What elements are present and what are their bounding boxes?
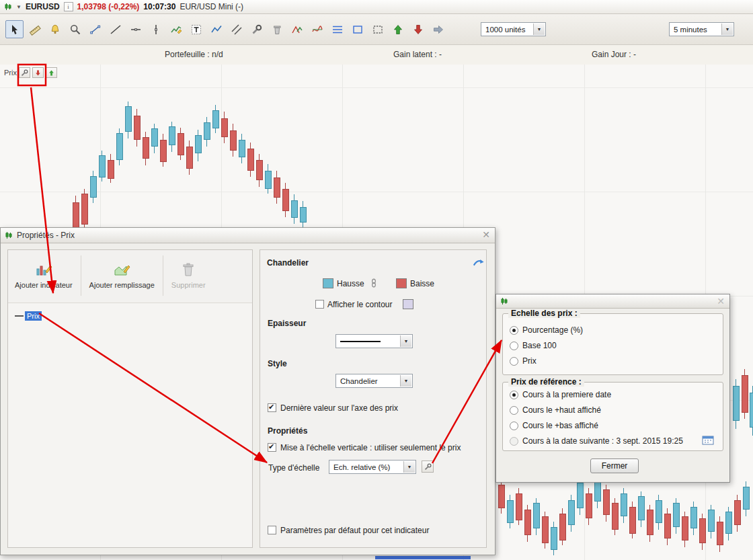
symbol-label[interactable]: EURUSD (26, 2, 60, 11)
series-buy-arrow-icon[interactable] (46, 67, 57, 78)
down-color-label: Baisse (410, 279, 434, 288)
instrument-candle-icon (4, 3, 12, 11)
radio-first-date-label: Cours à la premiere date (522, 390, 611, 399)
alarm-tool-icon[interactable] (46, 20, 64, 38)
close-icon[interactable]: ✕ (482, 229, 490, 240)
latent-gain-label: Gain latent : - (393, 50, 442, 59)
list-item-prix-label: Prix (25, 311, 42, 321)
dialog-candle-icon (500, 297, 508, 305)
up-color-label: Hausse (337, 279, 364, 288)
style-section-title: Style (268, 359, 287, 368)
order-arrow-tool-icon[interactable] (429, 20, 447, 38)
zoom-rect-tool-icon[interactable] (348, 20, 366, 38)
radio-base100[interactable] (510, 342, 518, 350)
up-color-swatch[interactable] (323, 278, 333, 288)
scale-settings-wrench-icon[interactable] (422, 461, 434, 473)
tools-icon[interactable] (247, 20, 266, 38)
horizontal-line-tool-icon[interactable] (126, 20, 145, 38)
day-gain-label: Gain Jour : - (592, 50, 636, 59)
fermer-button-label: Fermer (602, 461, 628, 471)
info-icon[interactable]: i (64, 2, 73, 11)
indicator-panel-toolbar: Ajouter indicateur Ajouter remplissage S… (8, 250, 252, 301)
instrument-dropdown-caret-icon[interactable]: ▼ (16, 4, 22, 10)
parallel-lines-tool-icon[interactable] (227, 20, 245, 38)
text-tool-icon[interactable] (187, 20, 205, 38)
timeframe-value: 5 minutes (674, 26, 707, 34)
radio-lowest[interactable] (510, 422, 518, 430)
draw-indicator-tool-icon[interactable] (167, 20, 185, 38)
outline-label: Afficher le contour (327, 300, 393, 309)
default-params-checkbox[interactable] (268, 526, 276, 534)
close-icon[interactable]: ✕ (717, 296, 725, 307)
properties-dialog: Propriétés - Prix ✕ Ajouter indicateur A… (0, 227, 496, 555)
radio-highest-label: Cours le +haut affiché (522, 405, 601, 415)
radio-percentage[interactable] (510, 326, 518, 335)
scale-type-dropdown-arrow-icon[interactable]: ▼ (403, 461, 415, 473)
buy-arrow-tool-icon[interactable] (389, 20, 407, 38)
vertical-scale-checkbox[interactable] (268, 443, 276, 452)
delete-tool-icon[interactable] (268, 20, 286, 38)
list-item-prix[interactable]: Prix (15, 311, 42, 321)
units-dropdown-arrow-icon[interactable]: ▼ (533, 24, 545, 35)
link-colors-icon[interactable] (369, 277, 379, 289)
delete-indicator-button[interactable]: Supprimer (165, 250, 212, 301)
vertical-line-tool-icon[interactable] (147, 20, 165, 38)
radio-next-date[interactable] (510, 437, 518, 446)
outline-checkbox[interactable] (315, 300, 324, 309)
price-scale-group-title: Echelle des prix : (508, 309, 580, 318)
chart-toolbar: 1000 unités▼ 5 minutes▼ (0, 14, 753, 45)
thickness-sample (340, 341, 381, 342)
pattern-detection-tool-icon[interactable] (288, 20, 306, 38)
measure-tool-icon[interactable] (26, 20, 44, 38)
trendline-tool-icon[interactable] (106, 20, 124, 38)
add-indicator-button[interactable]: Ajouter indicateur (8, 250, 79, 301)
style-dropdown-arrow-icon[interactable]: ▼ (400, 375, 411, 387)
radio-next-date-label: Cours à la date suivante : 3 sept. 2015 … (522, 436, 683, 446)
reset-icon[interactable] (473, 258, 485, 268)
segment-tool-icon[interactable] (86, 20, 104, 38)
radio-prix-label: Prix (522, 356, 537, 366)
radio-prix[interactable] (510, 357, 518, 366)
outline-color-swatch[interactable] (403, 299, 413, 309)
zoom-tool-icon[interactable] (66, 20, 84, 38)
fibonacci-tool-icon[interactable] (328, 20, 346, 38)
calendar-icon[interactable] (702, 435, 714, 445)
units-value: 1000 unités (485, 26, 525, 34)
scale-dialog-titlebar[interactable]: ✕ (496, 294, 729, 309)
price-series-label: Prix (4, 69, 17, 77)
portfolio-label: Portefeuille : n/d (165, 50, 223, 59)
scale-dialog: ✕ Echelle des prix : Pourcentage (%) Bas… (496, 294, 730, 483)
series-sell-arrow-icon[interactable] (32, 67, 44, 78)
pattern-curve-tool-icon[interactable] (308, 20, 326, 38)
series-wrench-icon[interactable] (19, 67, 30, 78)
properties-dialog-titlebar[interactable]: Propriétés - Prix ✕ (1, 228, 495, 243)
thickness-dropdown[interactable]: ▼ (335, 334, 413, 348)
bottom-blue-bar (375, 556, 471, 559)
radio-highest[interactable] (510, 406, 518, 415)
add-fill-icon (113, 262, 130, 278)
clock-label: 10:07:30 (143, 2, 175, 11)
units-dropdown[interactable]: 1000 unités▼ (481, 22, 546, 36)
selection-rect-tool-icon[interactable] (368, 20, 387, 38)
radio-percentage-label: Pourcentage (%) (522, 325, 583, 335)
cursor-tool-icon[interactable] (5, 20, 24, 38)
radio-lowest-label: Cours le +bas affiché (522, 421, 598, 430)
last-value-checkbox[interactable] (268, 403, 276, 412)
toolbar-separator (81, 255, 81, 296)
add-fill-button[interactable]: Ajouter remplissage (83, 250, 161, 301)
sell-arrow-tool-icon[interactable] (409, 20, 427, 38)
delete-indicator-label: Supprimer (171, 281, 206, 289)
timeframe-dropdown[interactable]: 5 minutes▼ (669, 22, 734, 36)
style-dropdown[interactable]: Chandelier▼ (335, 374, 413, 388)
scale-type-dropdown[interactable]: Ech. relative (%)▼ (329, 460, 416, 474)
add-indicator-icon (35, 262, 52, 278)
properties-dialog-title: Propriétés - Prix (17, 231, 75, 240)
timeframe-dropdown-arrow-icon[interactable]: ▼ (721, 24, 733, 35)
down-color-swatch[interactable] (396, 278, 407, 288)
series-settings-panel: Chandelier Hausse Baisse Afficher le con… (260, 249, 487, 548)
thickness-dropdown-arrow-icon[interactable]: ▼ (400, 335, 411, 347)
fermer-button[interactable]: Fermer (590, 458, 639, 473)
radio-base100-label: Base 100 (522, 341, 557, 350)
zigzag-tool-icon[interactable] (207, 20, 225, 38)
radio-first-date[interactable] (510, 391, 518, 399)
